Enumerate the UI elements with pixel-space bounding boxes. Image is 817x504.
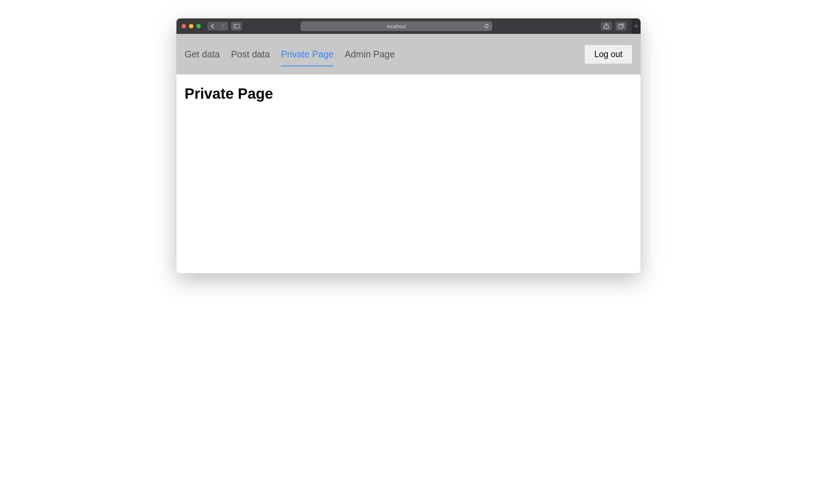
toolbar-right: [601, 18, 635, 34]
content: Private Page: [176, 74, 641, 273]
nav-tab-get-data[interactable]: Get data: [185, 46, 220, 63]
window-controls: [182, 24, 201, 28]
nav-tabs: Get data Post data Private Page Admin Pa…: [185, 46, 395, 63]
reload-icon[interactable]: [484, 24, 489, 29]
sidebar-toggle-button[interactable]: [231, 22, 242, 31]
page-title: Private Page: [185, 85, 632, 102]
new-tab-button[interactable]: [632, 18, 641, 34]
nav-tab-private-page[interactable]: Private Page: [281, 46, 334, 63]
nav-tab-label: Get data: [185, 49, 220, 59]
address-text: localhost: [387, 24, 406, 29]
browser-toolbar: localhost: [176, 18, 641, 34]
svg-rect-0: [234, 24, 239, 28]
nav-tab-label: Private Page: [281, 49, 334, 59]
share-button[interactable]: [601, 22, 612, 31]
address-bar[interactable]: localhost: [301, 21, 492, 31]
minimize-window-button[interactable]: [189, 24, 193, 28]
tabs-overview-button[interactable]: [616, 22, 627, 31]
nav-tab-post-data[interactable]: Post data: [231, 46, 270, 63]
svg-rect-2: [618, 25, 623, 28]
nav-tab-admin-page[interactable]: Admin Page: [345, 46, 395, 63]
logout-button[interactable]: Log out: [584, 45, 632, 64]
forward-button[interactable]: [218, 22, 228, 31]
close-window-button[interactable]: [182, 24, 186, 28]
page-nav: Get data Post data Private Page Admin Pa…: [176, 34, 641, 74]
browser-window: localhost: [176, 18, 641, 273]
nav-tab-label: Admin Page: [345, 49, 395, 59]
nav-tab-label: Post data: [231, 49, 270, 59]
logout-label: Log out: [594, 49, 623, 59]
maximize-window-button[interactable]: [196, 24, 201, 28]
back-button[interactable]: [207, 22, 218, 31]
navigation-buttons: [207, 22, 228, 31]
